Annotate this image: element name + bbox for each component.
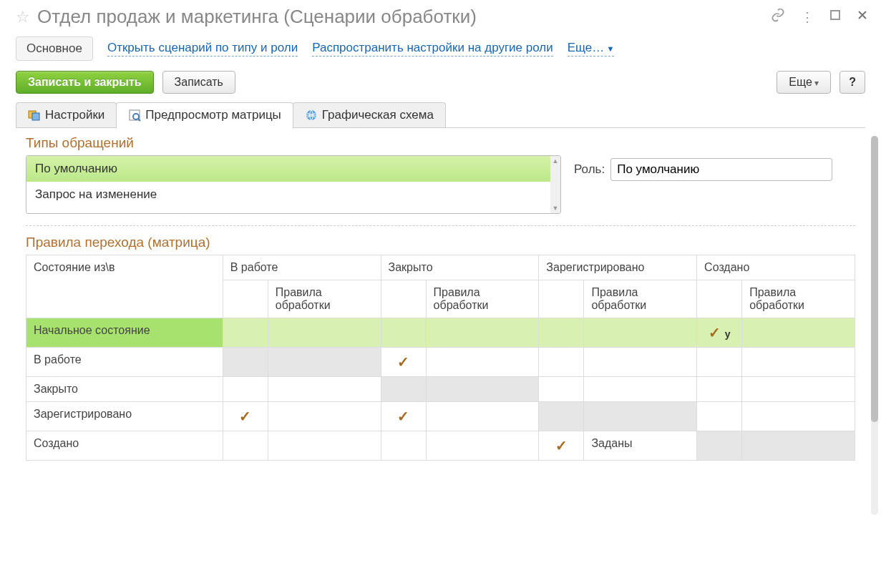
vertical-scrollbar[interactable]	[871, 136, 878, 515]
matrix-section-title: Правила перехода (матрица)	[26, 235, 855, 250]
matrix-check-cell[interactable]	[697, 402, 742, 431]
settings-icon	[28, 109, 41, 122]
tab-graph-label: Графическая схема	[322, 108, 434, 122]
tab-preview-label: Предпросмотр матрицы	[145, 108, 281, 122]
matrix-rules-cell[interactable]	[426, 348, 539, 377]
matrix-check-cell[interactable]	[223, 431, 268, 461]
sub-header-check	[539, 280, 584, 318]
default-marker: у	[725, 328, 731, 340]
matrix-rules-cell[interactable]	[268, 431, 381, 461]
page-title: Отдел продаж и маркетинга (Сценарии обра…	[37, 6, 764, 28]
scroll-down-icon[interactable]: ▼	[553, 205, 559, 212]
matrix-check-cell[interactable]	[223, 318, 268, 348]
tab-main[interactable]: Основное	[16, 36, 93, 61]
matrix-rules-cell[interactable]	[268, 348, 381, 377]
matrix-check-cell[interactable]: ✓	[381, 348, 426, 377]
scroll-up-icon[interactable]: ▲	[553, 157, 559, 165]
matrix-rules-cell[interactable]	[426, 402, 539, 431]
matrix-rules-cell[interactable]	[268, 318, 381, 348]
sub-header-check	[223, 280, 268, 318]
link-propagate-settings[interactable]: Распространить настройки на другие роли	[312, 41, 553, 57]
sub-header-rules: Правила обработки	[584, 280, 697, 318]
col-header: Зарегистрировано	[539, 255, 697, 280]
sub-header-rules: Правила обработки	[268, 280, 381, 318]
matrix-rules-cell[interactable]	[268, 377, 381, 402]
link-icon[interactable]	[771, 8, 785, 26]
tab-settings[interactable]: Настройки	[16, 102, 117, 127]
sub-header-check	[381, 280, 426, 318]
check-icon: ✓	[709, 324, 721, 341]
row-state-label: В работе	[26, 348, 223, 377]
role-label: Роль:	[574, 162, 605, 177]
matrix-check-cell[interactable]	[223, 377, 268, 402]
row-state-label: Начальное состояние	[26, 318, 223, 348]
window-actions: ⋮	[771, 8, 868, 26]
globe-icon	[305, 109, 318, 122]
matrix-check-cell[interactable]	[539, 402, 584, 431]
row-state-label: Закрыто	[26, 377, 223, 402]
link-more[interactable]: Еще…	[568, 41, 615, 57]
matrix-rules-cell[interactable]	[584, 348, 697, 377]
svg-rect-2	[32, 113, 39, 120]
matrix-check-cell[interactable]	[697, 348, 742, 377]
check-icon: ✓	[397, 408, 409, 425]
help-button[interactable]: ?	[839, 71, 865, 94]
more-button[interactable]: Еще	[777, 71, 831, 94]
tab-settings-label: Настройки	[45, 108, 104, 122]
matrix-rules-cell[interactable]	[584, 318, 697, 348]
matrix-check-cell[interactable]	[381, 377, 426, 402]
matrix-check-cell[interactable]	[539, 318, 584, 348]
matrix-check-cell[interactable]	[381, 318, 426, 348]
check-icon: ✓	[239, 408, 251, 425]
matrix-check-cell[interactable]	[697, 377, 742, 402]
list-item[interactable]: По умолчанию	[26, 156, 560, 182]
col-header: Закрыто	[381, 255, 539, 280]
matrix-check-cell[interactable]	[223, 348, 268, 377]
col-header: В работе	[223, 255, 381, 280]
row-state-label: Создано	[26, 431, 223, 461]
matrix-rules-cell[interactable]	[742, 377, 855, 402]
listbox-scrollbar[interactable]: ▲ ▼	[550, 156, 560, 213]
list-item[interactable]: Запрос на изменение	[26, 182, 560, 207]
svg-rect-0	[831, 11, 839, 19]
matrix-check-cell[interactable]: ✓	[381, 402, 426, 431]
matrix-rules-cell[interactable]	[742, 431, 855, 461]
save-button[interactable]: Записать	[162, 71, 235, 94]
types-section-title: Типы обращений	[26, 135, 855, 151]
matrix-rules-cell[interactable]	[742, 402, 855, 431]
matrix-rules-cell[interactable]	[584, 377, 697, 402]
row-state-label: Зарегистрировано	[26, 402, 223, 431]
role-input[interactable]	[610, 158, 832, 181]
favorite-star-icon[interactable]: ☆	[16, 8, 30, 26]
transition-matrix-table: Состояние из\в В работе Закрыто Зарегист…	[26, 255, 855, 461]
matrix-check-cell[interactable]	[539, 348, 584, 377]
matrix-check-cell[interactable]: ✓	[223, 402, 268, 431]
matrix-check-cell[interactable]	[539, 377, 584, 402]
matrix-rules-cell[interactable]	[742, 348, 855, 377]
matrix-rules-cell[interactable]	[426, 318, 539, 348]
header-from-to: Состояние из\в	[26, 255, 223, 318]
link-open-scenario[interactable]: Открыть сценарий по типу и роли	[107, 41, 298, 57]
types-listbox[interactable]: По умолчанию Запрос на изменение ▲ ▼	[26, 155, 561, 214]
preview-icon	[128, 109, 141, 122]
matrix-rules-cell[interactable]	[426, 431, 539, 461]
matrix-rules-cell[interactable]	[742, 318, 855, 348]
check-icon: ✓	[397, 353, 409, 371]
kebab-menu-icon[interactable]: ⋮	[801, 9, 814, 25]
save-and-close-button[interactable]: Записать и закрыть	[16, 71, 154, 94]
svg-line-5	[138, 119, 140, 121]
matrix-check-cell[interactable]	[381, 431, 426, 461]
matrix-rules-cell[interactable]	[268, 402, 381, 431]
matrix-rules-cell[interactable]: Заданы	[584, 431, 697, 461]
matrix-check-cell[interactable]: ✓у	[697, 318, 742, 348]
tab-preview-matrix[interactable]: Предпросмотр матрицы	[116, 102, 293, 127]
matrix-check-cell[interactable]	[697, 431, 742, 461]
matrix-rules-cell[interactable]	[584, 402, 697, 431]
matrix-rules-cell[interactable]	[426, 377, 539, 402]
maximize-icon[interactable]	[829, 9, 841, 24]
matrix-check-cell[interactable]: ✓	[539, 431, 584, 461]
scrollbar-thumb[interactable]	[871, 136, 878, 422]
close-icon[interactable]	[857, 9, 868, 24]
tab-graph-schema[interactable]: Графическая схема	[293, 102, 446, 127]
sub-header-check	[697, 280, 742, 318]
